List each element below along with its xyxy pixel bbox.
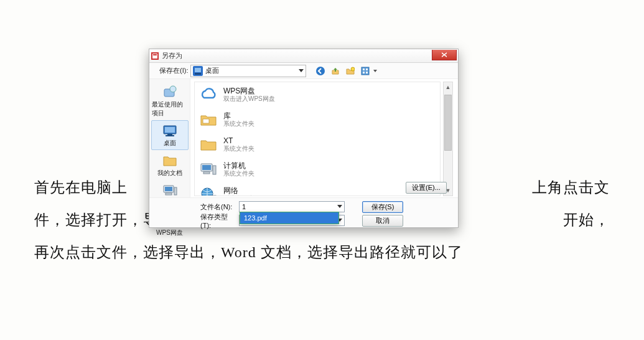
new-folder-icon[interactable] <box>345 65 356 77</box>
location-combo[interactable]: 桌面 <box>190 65 306 77</box>
place-recent[interactable]: 最近使用的项目 <box>151 82 189 120</box>
network-icon <box>198 184 218 196</box>
place-label: WPS网盘 <box>156 229 183 237</box>
desktop-icon <box>161 123 179 139</box>
back-icon[interactable] <box>315 65 326 77</box>
save-as-dialog: 另存为 保存在(I): 桌面 最近使用的项目 <box>149 49 459 228</box>
item-sub: 系统文件夹 <box>223 120 254 128</box>
computer-icon <box>161 182 179 199</box>
svg-rect-9 <box>366 72 368 73</box>
item-sub: 系统文件夹 <box>223 195 254 196</box>
up-icon[interactable] <box>330 65 341 77</box>
item-sub: 双击进入WPS网盘 <box>223 95 275 103</box>
svg-rect-8 <box>363 72 365 73</box>
svg-rect-24 <box>203 172 210 174</box>
list-item[interactable]: 网络系统文件夹 <box>195 182 440 196</box>
location-text: 桌面 <box>205 66 219 75</box>
folder-icon <box>198 110 218 130</box>
svg-rect-6 <box>363 68 365 70</box>
svg-point-3 <box>316 67 325 75</box>
filename-input[interactable]: 1 <box>239 201 345 212</box>
svg-rect-2 <box>153 54 157 55</box>
svg-rect-5 <box>362 67 369 75</box>
svg-rect-20 <box>203 119 209 123</box>
svg-point-11 <box>170 86 176 92</box>
lower-panel: 文件名(N): 1 保存(S) 保存类型(T): 取消 123.pdf <box>149 197 458 227</box>
svg-rect-13 <box>165 127 175 133</box>
item-name: 库 <box>223 111 254 120</box>
folder-icon <box>198 135 218 154</box>
chevron-down-icon <box>337 205 342 208</box>
places-bar: 最近使用的项目 桌面 我的文档 计算机 WPS网盘 <box>149 79 190 197</box>
documents-icon <box>161 153 179 169</box>
svg-rect-15 <box>166 135 174 136</box>
file-list[interactable]: WPS网盘双击进入WPS网盘 库系统文件夹 XT系统文件夹 计算机系统文件夹 网… <box>194 82 441 196</box>
list-item[interactable]: 计算机系统文件夹 <box>195 157 440 182</box>
place-desktop[interactable]: 桌面 <box>151 120 189 150</box>
save-button[interactable]: 保存(S) <box>362 201 403 213</box>
app-icon <box>151 52 159 60</box>
item-name: 计算机 <box>223 161 254 170</box>
svg-rect-23 <box>213 166 216 174</box>
recent-icon <box>161 84 179 100</box>
desktop-icon <box>193 66 203 76</box>
list-item[interactable]: WPS网盘双击进入WPS网盘 <box>195 82 440 107</box>
view-icon[interactable] <box>360 65 371 77</box>
cloud-icon <box>198 85 218 105</box>
svg-rect-18 <box>174 187 177 195</box>
chevron-down-icon <box>299 69 304 72</box>
chevron-down-icon[interactable] <box>373 70 377 72</box>
item-sub: 系统文件夹 <box>223 145 254 153</box>
place-label: 我的文档 <box>157 169 182 177</box>
svg-rect-7 <box>366 68 368 70</box>
toolbar: 保存在(I): 桌面 <box>149 63 458 79</box>
settings-button[interactable]: 设置(E)... <box>406 182 447 194</box>
computer-icon <box>198 159 218 179</box>
filetype-label: 保存类型(T): <box>200 212 235 229</box>
dropdown-option[interactable]: 123.pdf <box>240 212 338 224</box>
scroll-up-icon[interactable]: ▲ <box>444 82 452 92</box>
svg-rect-26 <box>210 196 216 196</box>
item-name: WPS网盘 <box>223 87 275 95</box>
svg-rect-22 <box>202 165 211 170</box>
scroll-thumb[interactable] <box>444 95 452 151</box>
filename-label: 文件名(N): <box>200 202 235 212</box>
cancel-button[interactable]: 取消 <box>362 215 403 227</box>
place-label: 最近使用的项目 <box>152 100 188 118</box>
place-mydocs[interactable]: 我的文档 <box>151 150 189 180</box>
filename-value: 1 <box>242 203 246 210</box>
save-in-label: 保存在(I): <box>159 66 188 75</box>
item-name: XT <box>223 136 254 145</box>
close-button[interactable] <box>432 50 457 60</box>
item-name: 网络 <box>223 186 254 195</box>
item-sub: 系统文件夹 <box>223 170 254 177</box>
svg-rect-17 <box>165 187 172 191</box>
place-label: 桌面 <box>164 139 176 148</box>
list-item[interactable]: 库系统文件夹 <box>195 107 440 132</box>
scrollbar[interactable]: ▲ ▼ <box>443 82 453 196</box>
filename-dropdown[interactable]: 123.pdf <box>240 212 339 224</box>
dialog-title: 另存为 <box>162 51 182 60</box>
svg-rect-14 <box>167 134 172 135</box>
svg-point-4 <box>351 67 355 71</box>
titlebar: 另存为 <box>149 49 458 63</box>
svg-rect-19 <box>166 193 172 195</box>
list-item[interactable]: XT系统文件夹 <box>195 132 440 157</box>
